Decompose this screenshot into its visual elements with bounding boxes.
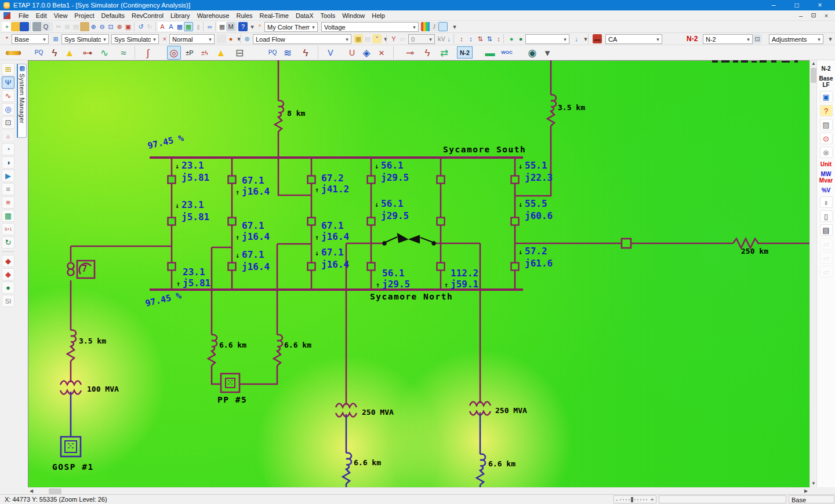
edit-pencil-icon[interactable] [6,51,21,55]
right-panel-label[interactable]: BaseLF [819,75,833,88]
align-left-icon[interactable]: ⇅ [475,34,485,43]
right-panel-label[interactable]: %V [822,187,831,193]
menu-help[interactable]: Help [368,11,389,20]
menu-rules[interactable]: Rules [233,11,256,20]
zoom-out-minus[interactable]: - [616,496,618,503]
menu-revcontrol[interactable]: RevControl [128,11,167,20]
align-top-icon[interactable]: ↕ [457,34,466,43]
globe-icon[interactable]: ◉ [525,46,539,60]
display-option-combo[interactable]: Voltage▾ [321,22,419,32]
pin-icon[interactable] [20,66,25,71]
gauge-icon[interactable]: ◑ [2,156,14,169]
node-net-icon[interactable]: ◈ [360,46,373,60]
right-panel-label[interactable]: N-2 [821,65,830,72]
theme-gear-icon[interactable]: * [255,22,264,31]
zoom-in-icon[interactable]: ⊕ [89,22,98,31]
cable-raceway-icon[interactable]: ∿ [2,90,14,102]
monitor-icon[interactable]: ▣ [820,91,833,103]
cut-icon[interactable]: ✂ [54,22,63,31]
woc-icon[interactable]: WOC [500,46,514,60]
system-manager-tab[interactable]: System Manager [17,64,27,138]
kv-combo[interactable]: 0▾ [408,34,435,44]
flowchart-yellow-icon[interactable]: ◆ [2,255,14,267]
menu-edit[interactable]: Edit [32,11,50,20]
train-icon[interactable]: ▬ [483,46,497,60]
redo-icon[interactable]: ↻ [145,22,154,31]
s1-calculator-icon[interactable]: S+1 [2,223,14,235]
presentation-copy-icon[interactable]: ⊞ [51,34,60,43]
rainbow-dropdown-icon[interactable]: ▾ [450,22,459,31]
globe-dropdown-icon[interactable]: ▾ [540,46,554,60]
v-curve-icon[interactable]: V [324,46,337,60]
minimize-button[interactable]: – [762,1,785,9]
scroll-up-icon[interactable]: ▲ [810,60,817,67]
print-preview-icon[interactable]: Q [41,22,50,31]
pq-balance-icon[interactable]: PQ [32,46,46,60]
fit-page-icon[interactable]: ▣ [124,22,133,31]
theme-editor-icon[interactable]: ▦ [184,22,193,31]
briefcase-icon[interactable]: ▬ [593,34,602,43]
report-icon[interactable]: ▤ [820,119,833,130]
report-manager-icon[interactable]: A [166,22,176,31]
plus-fault-icon[interactable]: ±ϟ [198,46,212,60]
pq-small-icon[interactable]: PQ [266,46,279,60]
zoom-all-icon[interactable]: ⊕ [115,22,124,31]
eraser-icon[interactable]: ▱ [398,34,407,43]
harmonics-icon[interactable]: ≈ [117,46,130,60]
copy-icon[interactable]: ⊞ [63,22,72,31]
study-gear-icon[interactable]: ⊛ [242,34,252,43]
n2-mode-button[interactable]: N-2 [457,46,473,59]
plus-p-icon[interactable]: ±P [183,46,197,60]
contour-icon[interactable]: ▲ [2,130,14,142]
horizontal-scrollbar[interactable]: ◀ ▶ [28,487,809,494]
align-mid-icon[interactable]: ↕ [466,34,475,43]
recycle-bin-icon[interactable]: ↻ [2,236,14,249]
curve-cross-icon[interactable]: × [375,46,389,60]
ca-study-combo[interactable]: CA▾ [605,34,662,44]
rainbow-theme-icon[interactable] [438,22,448,31]
hscroll-thumb[interactable] [49,488,61,494]
output-grid-icon[interactable]: ▦ [354,34,363,43]
ground-grid-icon[interactable]: ◎ [2,103,14,115]
lock-icon[interactable]: ▮ [194,22,203,31]
gis-arrow-icon[interactable]: ▶ [2,170,14,182]
scenario-combo[interactable]: ▾ [525,34,569,44]
grid-icon[interactable]: ▦ [175,22,184,31]
calculator-icon[interactable]: ▦ [217,22,227,31]
switch-device-icon[interactable]: ⊶ [81,46,95,60]
mdi-close-button[interactable]: × [820,12,833,19]
mcc-elements-icon[interactable]: ≡ [2,196,14,209]
unbalanced-icon[interactable]: ▲ [214,46,228,60]
bus-label-sycamore-north[interactable]: Sycamore North [370,292,453,301]
mcc-schedule-icon[interactable]: ≡ [2,183,14,195]
mdi-restore-button[interactable]: ⊡ [807,12,820,19]
flowchart-red-icon[interactable]: ◆ [2,268,14,280]
study-down-icon[interactable]: ↓ [572,34,581,43]
pq-wave-icon[interactable]: ≋ [281,46,295,60]
adjustments-combo[interactable]: Adjustments▾ [769,34,823,44]
right-panel-label[interactable]: Unit [821,161,832,167]
palette-icon[interactable] [421,22,430,31]
cascade-icon[interactable]: ⊡ [753,34,762,43]
comment-icon[interactable]: “ [372,34,382,43]
oneline-diagram-icon[interactable]: Ψ [2,76,14,89]
flowchart-green-icon[interactable]: ● [2,282,14,294]
vertical-scrollbar[interactable]: ▲ ▼ [809,60,816,487]
fault-ground-icon[interactable]: ϟ [299,46,313,60]
study-mode-combo[interactable]: Load Flow▾ [253,34,351,44]
new-icon[interactable]: + [2,22,12,31]
copy-gray-icon[interactable] [217,34,226,43]
color-theme-combo[interactable]: My Color Theme▾ [264,22,318,32]
menu-warehouse[interactable]: Warehouse [194,11,233,20]
menu-library[interactable]: Library [167,11,194,20]
sequence-icon[interactable]: ⇄ [437,46,451,60]
menu-datax[interactable]: DataX [292,11,317,20]
zoom-out-icon[interactable]: ⊖ [97,22,107,31]
config-combo[interactable]: Base▾ [12,34,49,44]
zoom-window-icon[interactable]: ⊡ [106,22,115,31]
cable-pulling-icon[interactable]: ◔ [2,143,14,155]
config-star-icon[interactable]: * [2,34,12,43]
system-tree-icon[interactable]: ⊞ [2,63,14,75]
close-button[interactable]: × [808,1,832,9]
control-panel-icon[interactable]: ⊡ [2,116,14,129]
